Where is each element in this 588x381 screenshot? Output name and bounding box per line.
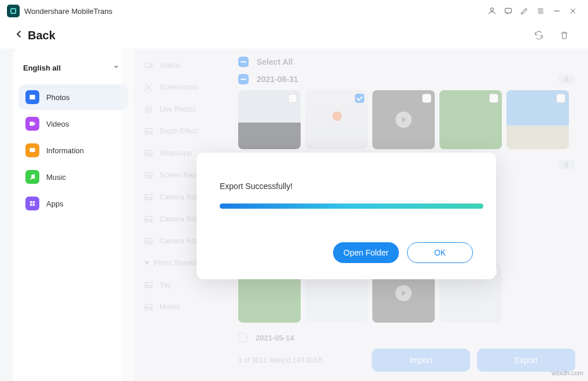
triangle-down-icon: [145, 261, 149, 265]
video-icon: [25, 117, 39, 131]
titlebar: Wondershare MobileTrans: [0, 0, 588, 22]
group-checkbox[interactable]: [238, 74, 249, 84]
subcat-label: Videos: [160, 61, 180, 69]
app-title: Wondershare MobileTrans: [24, 7, 112, 16]
language-label: English all: [23, 64, 61, 72]
thumb-checkbox[interactable]: [288, 94, 297, 103]
target-icon: [143, 104, 154, 114]
group-date-2: 2021-05-14: [256, 334, 294, 342]
play-icon: [395, 112, 412, 128]
thumb-checkbox[interactable]: [556, 94, 565, 103]
trash-icon[interactable]: [554, 25, 574, 45]
music-icon: [25, 170, 39, 184]
thumb-checkbox[interactable]: [355, 94, 364, 103]
group-count: 5: [558, 75, 575, 84]
grid-icon: [25, 197, 39, 210]
svg-point-7: [34, 177, 35, 179]
picture-icon: [143, 192, 154, 202]
ok-button[interactable]: OK: [407, 242, 473, 263]
svg-rect-11: [33, 204, 35, 206]
subcat-label: Camera Roll: [160, 237, 198, 245]
subcat-item[interactable]: Depth Effect: [134, 120, 232, 142]
subcat-label: Yay: [160, 281, 171, 289]
svg-rect-21: [145, 238, 152, 243]
export-button[interactable]: Export: [477, 349, 575, 372]
subcat-item[interactable]: Meishi: [134, 296, 232, 318]
sidebar: English all PhotosVideosInformationMusic…: [13, 49, 134, 381]
picture-icon: [143, 148, 154, 158]
chevron-down-icon: [112, 62, 120, 73]
picture-icon: [143, 302, 154, 312]
subcat-label: Depth Effect: [160, 127, 198, 135]
back-button[interactable]: Back: [14, 29, 56, 42]
svg-point-14: [146, 106, 152, 113]
import-button[interactable]: Import: [372, 349, 470, 372]
picture-icon: [143, 170, 154, 180]
progress-bar: [220, 204, 483, 209]
subcat-item[interactable]: Videos: [134, 54, 232, 76]
svg-rect-12: [145, 63, 150, 68]
svg-rect-18: [145, 172, 152, 177]
group-checkbox-2[interactable]: [238, 333, 247, 342]
svg-rect-4: [29, 122, 34, 126]
svg-point-6: [30, 178, 31, 179]
photo-thumbnail[interactable]: [439, 90, 502, 149]
open-folder-button[interactable]: Open Folder: [333, 242, 399, 263]
picture-icon: [143, 236, 154, 246]
svg-rect-20: [145, 216, 152, 221]
watermark: wsxdn.com: [552, 369, 583, 376]
sidebar-item-videos[interactable]: Videos: [19, 111, 128, 136]
capture-icon: [143, 82, 154, 93]
svg-point-3: [31, 96, 32, 97]
sidebar-item-music[interactable]: Music: [19, 164, 128, 190]
minimize-button[interactable]: [549, 3, 565, 19]
svg-point-13: [147, 86, 150, 88]
group-date: 2021-08-31: [257, 75, 298, 84]
svg-rect-19: [145, 194, 152, 199]
sidebar-item-information[interactable]: Information: [19, 138, 128, 163]
svg-rect-16: [145, 128, 152, 134]
sidebar-item-photos[interactable]: Photos: [19, 84, 128, 110]
export-success-dialog: Export Successfully! Open Folder OK: [197, 153, 496, 279]
svg-rect-17: [145, 150, 152, 156]
thumb-checkbox[interactable]: [422, 94, 431, 103]
feedback-icon[interactable]: [500, 3, 516, 19]
close-button[interactable]: [565, 3, 581, 19]
refresh-icon[interactable]: [529, 25, 549, 45]
subcat-item[interactable]: Live Photos: [134, 98, 232, 120]
svg-rect-9: [33, 201, 35, 204]
photo-thumbnail[interactable]: [506, 90, 569, 149]
select-all-row: Select All: [238, 54, 575, 69]
chat-icon: [25, 143, 39, 157]
sidebar-item-label: Music: [46, 173, 66, 182]
photo-thumbnail[interactable]: [238, 90, 301, 149]
play-icon: [395, 285, 412, 301]
subcat-label: Camera Roll: [160, 193, 198, 201]
sidebar-item-label: Apps: [46, 199, 64, 208]
language-selector[interactable]: English all: [13, 57, 134, 83]
svg-rect-22: [145, 282, 152, 287]
selection-stats: 1 of 3011 Item(s),143.81KB: [238, 356, 323, 364]
dialog-title: Export Successfully!: [220, 182, 473, 191]
subcat-label: Camera Roll: [160, 215, 198, 223]
sidebar-item-label: Photos: [46, 93, 69, 102]
svg-rect-8: [30, 201, 32, 204]
svg-rect-23: [145, 304, 152, 309]
thumb-checkbox[interactable]: [489, 94, 498, 103]
video-thumbnail[interactable]: [372, 90, 435, 149]
subcat-label: Live Photos: [160, 105, 196, 113]
photo-shared-label: Photo Shared: [154, 259, 196, 267]
select-all-checkbox[interactable]: [238, 57, 249, 67]
edit-icon[interactable]: [516, 3, 532, 19]
subcat-item[interactable]: Screenshots: [134, 76, 232, 98]
photo-thumbnail[interactable]: [305, 90, 368, 149]
user-icon[interactable]: [484, 3, 500, 19]
sidebar-item-apps[interactable]: Apps: [19, 191, 128, 216]
sidebar-item-label: Videos: [46, 120, 69, 128]
app-logo: [7, 5, 20, 17]
subcat-label: Screenshots: [160, 83, 198, 91]
menu-icon[interactable]: [532, 3, 549, 19]
back-label: Back: [28, 29, 56, 42]
svg-point-15: [147, 108, 150, 110]
thumbnail-row: [238, 90, 575, 149]
